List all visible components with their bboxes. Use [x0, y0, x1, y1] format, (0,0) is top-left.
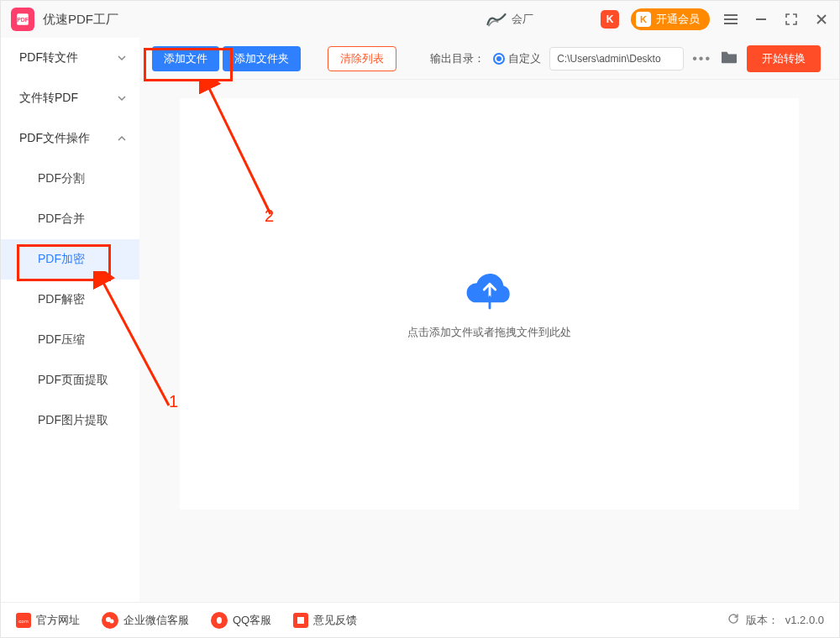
chevron-up-icon [118, 132, 126, 145]
svg-rect-11 [297, 617, 304, 624]
sidebar-sub-merge[interactable]: PDF合并 [1, 199, 139, 239]
sidebar-sub-split[interactable]: PDF分割 [1, 159, 139, 199]
sidebar-item-pdf-to-file[interactable]: PDF转文件 [1, 38, 139, 78]
maximize-button[interactable] [782, 10, 801, 29]
drop-hint: 点击添加文件或者拖拽文件到此处 [407, 325, 571, 340]
sidebar-sub-decrypt[interactable]: PDF解密 [1, 280, 139, 320]
app-icon: PDF [11, 8, 34, 31]
add-file-button[interactable]: 添加文件 [152, 46, 219, 71]
sidebar-item-pdf-ops[interactable]: PDF文件操作 [1, 118, 139, 159]
radio-checked-icon [493, 53, 505, 65]
titlebar: PDF 优速PDF工厂 会厂 K K 开通会员 [1, 1, 839, 38]
footer-qq-support[interactable]: QQ客服 [211, 612, 271, 629]
version-value: v1.2.0.0 [785, 614, 824, 626]
sidebar-sub-compress[interactable]: PDF压缩 [1, 320, 139, 360]
menu-button[interactable] [722, 10, 740, 29]
refresh-button[interactable] [727, 613, 739, 627]
folder-icon [720, 50, 738, 65]
hamburger-icon [724, 14, 738, 24]
footer-label: 企业微信客服 [123, 613, 189, 628]
open-folder-button[interactable] [720, 50, 738, 68]
output-path-input[interactable] [549, 47, 684, 71]
user-section[interactable]: 会厂 [486, 11, 533, 28]
svg-point-10 [217, 617, 222, 624]
vip-icon: K [636, 12, 651, 27]
svg-text:PDF: PDF [17, 17, 29, 23]
main-panel: 点击添加文件或者拖拽文件到此处 [139, 80, 839, 602]
sidebar: PDF转文件 文件转PDF PDF文件操作 PDF分割 PDF合并 PDF加密 … [1, 38, 139, 602]
qq-icon [211, 612, 228, 629]
footer-official-site[interactable]: com 官方网址 [16, 613, 80, 628]
web-icon: com [16, 613, 31, 628]
sidebar-item-file-to-pdf[interactable]: 文件转PDF [1, 78, 139, 118]
sidebar-item-label: 文件转PDF [19, 91, 78, 106]
footer-label: 意见反馈 [313, 613, 357, 628]
svg-point-9 [110, 619, 114, 623]
footer: com 官方网址 企业微信客服 QQ客服 意见反馈 版本： v1.2.0.0 [1, 602, 839, 637]
app-badge-icon[interactable]: K [601, 10, 619, 29]
browse-button[interactable]: ••• [692, 51, 711, 66]
footer-label: 官方网址 [36, 613, 80, 628]
refresh-icon [727, 613, 739, 625]
start-convert-button[interactable]: 开始转换 [747, 45, 821, 72]
vip-button[interactable]: K 开通会员 [631, 8, 710, 30]
clear-list-button[interactable]: 清除列表 [328, 46, 396, 71]
close-button[interactable] [812, 10, 831, 29]
sidebar-item-label: PDF转文件 [19, 50, 78, 65]
user-avatar-icon [486, 11, 507, 28]
app-title: 优速PDF工厂 [43, 12, 118, 28]
maximize-icon [785, 13, 797, 25]
sidebar-sub-encrypt[interactable]: PDF加密 [1, 239, 139, 280]
output-custom-radio[interactable]: 自定义 [493, 51, 541, 66]
output-radio-label: 自定义 [508, 51, 541, 66]
sidebar-item-label: PDF文件操作 [19, 131, 90, 146]
svg-text:com: com [18, 619, 28, 624]
minimize-icon [755, 13, 767, 25]
add-folder-button[interactable]: 添加文件夹 [223, 46, 301, 71]
chevron-down-icon [118, 51, 126, 65]
footer-wechat-support[interactable]: 企业微信客服 [102, 612, 189, 629]
upload-cloud-icon [464, 268, 516, 310]
wechat-icon [102, 612, 118, 629]
feedback-icon [293, 613, 308, 628]
sidebar-sub-image-extract[interactable]: PDF图片提取 [1, 400, 139, 441]
close-icon [816, 13, 827, 25]
vip-label: 开通会员 [656, 12, 700, 27]
sidebar-sub-page-extract[interactable]: PDF页面提取 [1, 360, 139, 400]
footer-feedback[interactable]: 意见反馈 [293, 613, 357, 628]
footer-label: QQ客服 [233, 613, 271, 628]
output-dir-label: 输出目录： [430, 51, 485, 66]
drop-zone[interactable]: 点击添加文件或者拖拽文件到此处 [180, 98, 799, 510]
minimize-button[interactable] [752, 10, 770, 29]
chevron-down-icon [118, 92, 126, 105]
version-label: 版本： [746, 613, 779, 628]
user-label: 会厂 [512, 12, 533, 27]
